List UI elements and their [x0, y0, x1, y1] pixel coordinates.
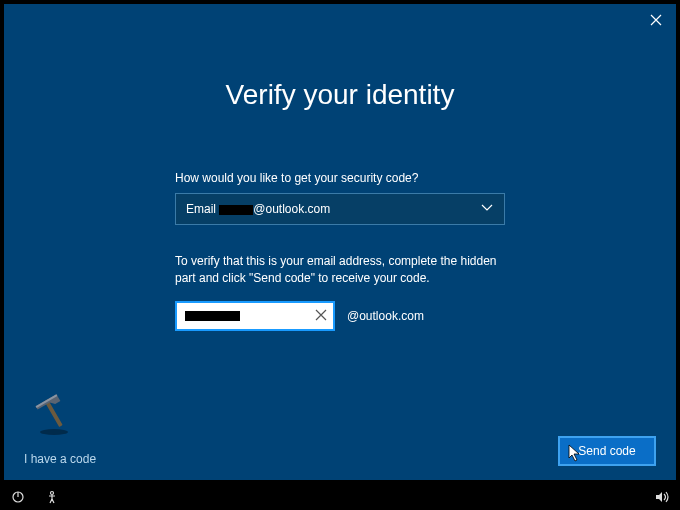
close-button[interactable] — [646, 10, 666, 30]
power-icon — [11, 490, 25, 504]
select-value: Email @outlook.com — [186, 202, 330, 216]
email-input-value — [185, 309, 240, 323]
taskbar — [0, 484, 680, 510]
power-button[interactable] — [10, 489, 26, 505]
email-input[interactable] — [175, 301, 335, 331]
svg-point-1 — [40, 429, 68, 435]
instruction-text: To verify that this is your email addres… — [175, 253, 505, 287]
volume-icon — [654, 490, 670, 504]
i-have-a-code-link[interactable]: I have a code — [24, 452, 96, 466]
verify-identity-screen: Verify your identity How would you like … — [4, 4, 676, 480]
ease-of-access-button[interactable] — [44, 489, 60, 505]
send-code-label: Send code — [578, 444, 635, 458]
verification-method-select[interactable]: Email @outlook.com — [175, 193, 505, 225]
accessibility-icon — [45, 490, 59, 504]
clear-input-button[interactable] — [315, 307, 327, 325]
volume-button[interactable] — [654, 489, 670, 505]
svg-point-3 — [51, 492, 54, 495]
close-icon — [650, 14, 662, 26]
send-code-button[interactable]: Send code — [558, 436, 656, 466]
hammer-icon — [32, 392, 76, 440]
clear-icon — [315, 309, 327, 321]
security-code-question: How would you like to get your security … — [175, 171, 505, 185]
page-title: Verify your identity — [4, 79, 676, 111]
email-domain-label: @outlook.com — [347, 309, 424, 323]
chevron-down-icon — [480, 200, 494, 218]
